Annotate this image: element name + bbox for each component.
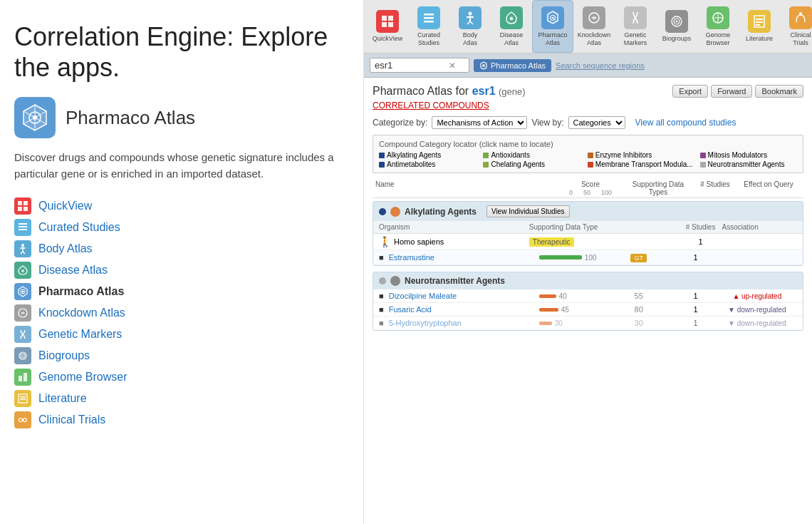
clinical-link[interactable]: Clinical Trials [38, 413, 105, 426]
locator-dot-1 [483, 153, 489, 158]
datatype-fusaric: 80 [603, 305, 675, 314]
svg-rect-40 [424, 21, 434, 23]
nav-item-genetic[interactable]: Genetic Markers [14, 326, 342, 343]
locator-item-0[interactable]: Alkylating Agents [379, 151, 476, 159]
quickview-link[interactable]: QuickView [38, 200, 92, 212]
therapeutic-badge: Therapeutic [529, 237, 574, 247]
organism-name: Homo sapiens [394, 237, 444, 246]
locator-section: Compound Category locator (click name to… [373, 135, 803, 173]
nav-item-knockdown[interactable]: Knockdown Atlas [14, 304, 342, 322]
pharmaco-active-label: Pharmaco Atlas [38, 285, 124, 298]
nav-item-disease[interactable]: Disease Atlas [14, 262, 342, 279]
locator-item-5[interactable]: Chelating Agents [483, 160, 580, 168]
svg-line-17 [23, 252, 25, 254]
nav-item-biogroups[interactable]: Biogroups [14, 347, 342, 364]
locator-item-6[interactable]: Membrane Transport Modula... [588, 160, 693, 168]
disease-link[interactable]: Disease Atlas [38, 264, 108, 277]
toolbar-disease-label: Disease Atlas [496, 31, 526, 47]
toolbar-body-icon [459, 6, 482, 29]
biogroups-link[interactable]: Biogroups [38, 349, 90, 362]
studies-estramustine: 1 [675, 253, 717, 262]
search-hint[interactable]: Search sequence regions [556, 61, 645, 70]
locator-dot-3 [700, 153, 706, 158]
view-label: View by: [531, 118, 563, 128]
nav-item-quickview[interactable]: QuickView [14, 197, 342, 215]
svg-rect-8 [18, 207, 22, 211]
compound-fusaric: ■ Fusaric Acid 45 80 1 ▼ down-regulated [373, 303, 803, 317]
score-val-fusaric: 45 [561, 306, 569, 314]
nav-item-body[interactable]: Body Atlas [14, 240, 342, 257]
genome-link[interactable]: Genome Browser [38, 371, 127, 384]
compound-name-5htp[interactable]: ■ 5-Hydroxytryptophan [379, 319, 539, 327]
svg-rect-58 [756, 19, 763, 20]
toolbar-body-label: Body Atlas [455, 31, 485, 47]
datatype-val-fusaric: 80 [635, 305, 643, 314]
toolbar-quickview[interactable]: QuickView [367, 0, 408, 53]
knockdown-link[interactable]: Knockdown Atlas [38, 307, 125, 319]
locator-item-1[interactable]: Antioxidants [483, 151, 580, 159]
search-clear-button[interactable]: ✕ [449, 61, 456, 71]
compound-name-estramustine[interactable]: ■ Estramustine [379, 253, 539, 262]
nav-item-curated[interactable]: Curated Studies [14, 219, 342, 236]
forward-button[interactable]: Forward [711, 85, 752, 98]
literature-link[interactable]: Literature [38, 392, 87, 405]
svg-rect-9 [24, 207, 28, 211]
locator-label-6: Membrane Transport Modula... [595, 160, 693, 168]
locator-item-7[interactable]: Neurotransmitter Agents [700, 160, 797, 168]
curated-link[interactable]: Curated Studies [38, 221, 120, 234]
toolbar-literature[interactable]: Literature [739, 0, 780, 53]
categorize-select[interactable]: Mechanisms of Action [432, 116, 527, 129]
compound-5htp: ■ 5-Hydroxytryptophan 30 30 1 ▼ down-reg… [373, 317, 803, 330]
view-all-link[interactable]: View all compound studies [635, 118, 736, 128]
toolbar-disease[interactable]: Disease Atlas [491, 0, 532, 53]
locator-dot-0 [379, 153, 385, 158]
locator-dot-4 [379, 162, 385, 168]
svg-rect-12 [19, 229, 27, 230]
toolbar-pharmaco-icon [541, 6, 564, 29]
toolbar-genome-icon [707, 6, 729, 29]
toolbar-body[interactable]: Body Atlas [449, 0, 491, 53]
view-studies-alkylating[interactable]: View Individual Studies [486, 205, 570, 217]
body-icon [14, 240, 31, 257]
export-button[interactable]: Export [672, 85, 708, 98]
toolbar-clinical[interactable]: Clinical Trials [780, 0, 812, 53]
toolbar-clinical-icon [789, 6, 812, 29]
locator-label-5: Chelating Agents [491, 160, 545, 168]
genetic-icon [14, 326, 31, 343]
nav-item-literature[interactable]: Literature [14, 390, 342, 407]
compound-name-dizocilpine[interactable]: ■ Dizocilpine Maleate [379, 292, 539, 300]
action-buttons: Export Forward Bookmark [672, 85, 803, 98]
view-select[interactable]: Categories [568, 116, 625, 129]
toolbar-genetic-label: Genetic Markers [620, 31, 650, 47]
svg-point-13 [21, 244, 24, 247]
search-input-wrap[interactable]: ✕ [370, 58, 469, 73]
nav-item-genome[interactable]: Genome Browser [14, 369, 342, 386]
locator-grid: Alkylating Agents Antioxidants Enzyme In… [379, 151, 797, 168]
search-input[interactable] [375, 60, 446, 71]
toolbar-knockdown[interactable]: Knockdown Atlas [573, 0, 615, 53]
toolbar-genome[interactable]: Genome Browser [697, 0, 739, 53]
svg-rect-29 [20, 396, 26, 398]
cat-dot-alkylating [379, 208, 386, 215]
compound-dizocilpine: ■ Dizocilpine Maleate 40 55 1 ▲ up-regul… [373, 289, 803, 303]
genetic-link[interactable]: Genetic Markers [38, 328, 122, 341]
toolbar-genetic[interactable]: Genetic Markers [615, 0, 656, 53]
body-link[interactable]: Body Atlas [38, 242, 93, 255]
toolbar-pharmaco[interactable]: Pharmaco Atlas [532, 0, 573, 53]
cat-name-neuro: Neurotransmitter Agents [405, 276, 505, 286]
app-badge: Pharmaco Atlas [474, 59, 551, 72]
compound-name-fusaric[interactable]: ■ Fusaric Acid [379, 305, 539, 314]
toolbar-curated[interactable]: Curated Studies [408, 0, 449, 53]
locator-item-3[interactable]: Mitosis Modulators [700, 151, 797, 159]
correlated-link[interactable]: CORRELATED COMPOUNDS [373, 101, 803, 111]
nav-item-clinical[interactable]: Clinical Trials [14, 411, 342, 428]
pharmaco-header: Pharmaco Atlas for esr1 (gene) Export Fo… [373, 85, 803, 98]
locator-item-4[interactable]: Antimetabolites [379, 160, 476, 168]
locator-item-2[interactable]: Enzyme Inhibitors [588, 151, 693, 159]
literature-icon [14, 390, 31, 407]
bookmark-button[interactable]: Bookmark [755, 85, 803, 98]
svg-point-5 [33, 115, 37, 120]
toolbar-quickview-label: QuickView [373, 35, 402, 43]
quickview-icon [14, 197, 31, 215]
toolbar-biogroups[interactable]: Biogroups [656, 0, 697, 53]
